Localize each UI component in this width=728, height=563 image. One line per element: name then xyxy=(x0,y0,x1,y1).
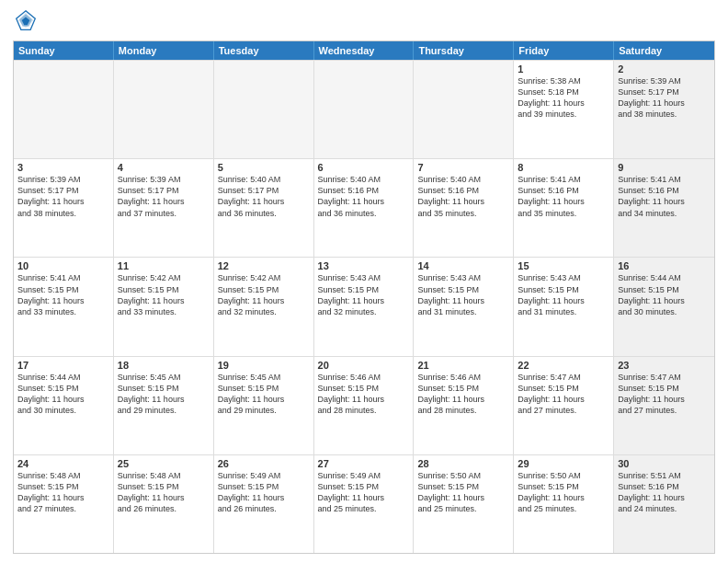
day-number: 8 xyxy=(518,162,609,173)
day-info: Sunrise: 5:40 AMSunset: 5:17 PMDaylight:… xyxy=(218,174,310,219)
day-cell-16: 16Sunrise: 5:44 AMSunset: 5:15 PMDayligh… xyxy=(614,258,714,355)
day-info: Sunrise: 5:46 AMSunset: 5:15 PMDaylight:… xyxy=(318,372,410,417)
day-number: 10 xyxy=(17,260,109,271)
day-number: 24 xyxy=(17,458,109,469)
day-info: Sunrise: 5:39 AMSunset: 5:17 PMDaylight:… xyxy=(17,174,109,219)
day-info: Sunrise: 5:48 AMSunset: 5:15 PMDaylight:… xyxy=(17,470,109,515)
day-cell-24: 24Sunrise: 5:48 AMSunset: 5:15 PMDayligh… xyxy=(14,455,114,553)
day-cell-17: 17Sunrise: 5:44 AMSunset: 5:15 PMDayligh… xyxy=(14,357,114,454)
day-info: Sunrise: 5:44 AMSunset: 5:15 PMDaylight:… xyxy=(17,372,109,417)
day-cell-21: 21Sunrise: 5:46 AMSunset: 5:15 PMDayligh… xyxy=(414,357,514,454)
day-info: Sunrise: 5:43 AMSunset: 5:15 PMDaylight:… xyxy=(318,272,410,317)
day-cell-18: 18Sunrise: 5:45 AMSunset: 5:15 PMDayligh… xyxy=(114,357,214,454)
day-number: 9 xyxy=(618,162,711,173)
day-number: 7 xyxy=(417,162,509,173)
day-number: 13 xyxy=(318,260,410,271)
day-number: 29 xyxy=(518,458,609,469)
day-info: Sunrise: 5:49 AMSunset: 5:15 PMDaylight:… xyxy=(318,470,410,515)
day-cell-19: 19Sunrise: 5:45 AMSunset: 5:15 PMDayligh… xyxy=(214,357,314,454)
day-info: Sunrise: 5:40 AMSunset: 5:16 PMDaylight:… xyxy=(318,174,410,219)
day-number: 5 xyxy=(218,162,310,173)
day-cell-28: 28Sunrise: 5:50 AMSunset: 5:15 PMDayligh… xyxy=(414,455,514,553)
day-number: 16 xyxy=(618,260,711,271)
day-cell-6: 6Sunrise: 5:40 AMSunset: 5:16 PMDaylight… xyxy=(314,159,415,257)
day-number: 30 xyxy=(618,458,711,469)
week-row-1: 1Sunrise: 5:38 AMSunset: 5:18 PMDaylight… xyxy=(14,60,714,158)
day-info: Sunrise: 5:45 AMSunset: 5:15 PMDaylight:… xyxy=(218,372,310,417)
day-number: 26 xyxy=(218,458,310,469)
day-cell-29: 29Sunrise: 5:50 AMSunset: 5:15 PMDayligh… xyxy=(514,455,614,553)
day-number: 12 xyxy=(218,260,310,271)
day-cell-22: 22Sunrise: 5:47 AMSunset: 5:15 PMDayligh… xyxy=(514,357,614,454)
week-row-5: 24Sunrise: 5:48 AMSunset: 5:15 PMDayligh… xyxy=(14,454,714,553)
empty-cell xyxy=(114,61,214,158)
day-cell-12: 12Sunrise: 5:42 AMSunset: 5:15 PMDayligh… xyxy=(214,258,314,355)
empty-cell xyxy=(214,61,314,158)
day-info: Sunrise: 5:42 AMSunset: 5:15 PMDaylight:… xyxy=(218,272,310,317)
week-row-4: 17Sunrise: 5:44 AMSunset: 5:15 PMDayligh… xyxy=(14,356,714,454)
day-number: 19 xyxy=(218,360,310,371)
day-info: Sunrise: 5:41 AMSunset: 5:16 PMDaylight:… xyxy=(518,174,609,219)
day-cell-25: 25Sunrise: 5:48 AMSunset: 5:15 PMDayligh… xyxy=(114,455,214,553)
day-info: Sunrise: 5:39 AMSunset: 5:17 PMDaylight:… xyxy=(118,174,210,219)
logo-icon xyxy=(15,9,37,31)
header-day-friday: Friday xyxy=(514,41,614,60)
calendar-body: 1Sunrise: 5:38 AMSunset: 5:18 PMDaylight… xyxy=(14,60,714,553)
page: SundayMondayTuesdayWednesdayThursdayFrid… xyxy=(0,0,728,563)
day-cell-4: 4Sunrise: 5:39 AMSunset: 5:17 PMDaylight… xyxy=(114,159,214,257)
header-day-wednesday: Wednesday xyxy=(314,41,415,60)
day-info: Sunrise: 5:47 AMSunset: 5:15 PMDaylight:… xyxy=(618,372,711,417)
day-number: 15 xyxy=(518,260,609,271)
day-info: Sunrise: 5:39 AMSunset: 5:17 PMDaylight:… xyxy=(618,75,711,121)
day-cell-13: 13Sunrise: 5:43 AMSunset: 5:15 PMDayligh… xyxy=(314,258,415,355)
day-number: 21 xyxy=(417,360,509,371)
day-info: Sunrise: 5:41 AMSunset: 5:16 PMDaylight:… xyxy=(618,174,711,219)
empty-cell xyxy=(314,61,415,158)
day-info: Sunrise: 5:42 AMSunset: 5:15 PMDaylight:… xyxy=(118,272,210,317)
day-number: 1 xyxy=(518,63,609,75)
header-day-monday: Monday xyxy=(114,41,214,60)
day-cell-15: 15Sunrise: 5:43 AMSunset: 5:15 PMDayligh… xyxy=(514,258,614,355)
day-number: 11 xyxy=(118,260,210,271)
day-info: Sunrise: 5:43 AMSunset: 5:15 PMDaylight:… xyxy=(417,272,509,317)
day-number: 27 xyxy=(318,458,410,469)
day-info: Sunrise: 5:50 AMSunset: 5:15 PMDaylight:… xyxy=(518,470,609,515)
day-cell-5: 5Sunrise: 5:40 AMSunset: 5:17 PMDaylight… xyxy=(214,159,314,257)
day-cell-3: 3Sunrise: 5:39 AMSunset: 5:17 PMDaylight… xyxy=(14,159,114,257)
day-number: 6 xyxy=(318,162,410,173)
day-number: 4 xyxy=(118,162,210,173)
header xyxy=(13,9,715,35)
header-day-saturday: Saturday xyxy=(614,41,714,60)
day-number: 20 xyxy=(318,360,410,371)
day-cell-7: 7Sunrise: 5:40 AMSunset: 5:16 PMDaylight… xyxy=(414,159,514,257)
day-cell-1: 1Sunrise: 5:38 AMSunset: 5:18 PMDaylight… xyxy=(514,61,614,158)
day-number: 22 xyxy=(518,360,609,371)
day-cell-27: 27Sunrise: 5:49 AMSunset: 5:15 PMDayligh… xyxy=(314,455,415,553)
day-number: 25 xyxy=(118,458,210,469)
day-info: Sunrise: 5:47 AMSunset: 5:15 PMDaylight:… xyxy=(518,372,609,417)
day-cell-14: 14Sunrise: 5:43 AMSunset: 5:15 PMDayligh… xyxy=(414,258,514,355)
day-cell-9: 9Sunrise: 5:41 AMSunset: 5:16 PMDaylight… xyxy=(614,159,714,257)
day-info: Sunrise: 5:43 AMSunset: 5:15 PMDaylight:… xyxy=(518,272,609,317)
day-cell-30: 30Sunrise: 5:51 AMSunset: 5:16 PMDayligh… xyxy=(614,455,714,553)
header-day-tuesday: Tuesday xyxy=(214,41,314,60)
calendar-header: SundayMondayTuesdayWednesdayThursdayFrid… xyxy=(14,41,714,60)
logo xyxy=(13,9,37,35)
day-number: 28 xyxy=(417,458,509,469)
day-cell-8: 8Sunrise: 5:41 AMSunset: 5:16 PMDaylight… xyxy=(514,159,614,257)
day-cell-11: 11Sunrise: 5:42 AMSunset: 5:15 PMDayligh… xyxy=(114,258,214,355)
day-info: Sunrise: 5:40 AMSunset: 5:16 PMDaylight:… xyxy=(417,174,509,219)
calendar: SundayMondayTuesdayWednesdayThursdayFrid… xyxy=(13,40,715,554)
day-number: 3 xyxy=(17,162,109,173)
day-info: Sunrise: 5:44 AMSunset: 5:15 PMDaylight:… xyxy=(618,272,711,317)
empty-cell xyxy=(414,61,514,158)
day-info: Sunrise: 5:41 AMSunset: 5:15 PMDaylight:… xyxy=(17,272,109,317)
day-cell-20: 20Sunrise: 5:46 AMSunset: 5:15 PMDayligh… xyxy=(314,357,415,454)
day-cell-26: 26Sunrise: 5:49 AMSunset: 5:15 PMDayligh… xyxy=(214,455,314,553)
day-info: Sunrise: 5:38 AMSunset: 5:18 PMDaylight:… xyxy=(518,75,609,121)
day-number: 17 xyxy=(17,360,109,371)
day-info: Sunrise: 5:50 AMSunset: 5:15 PMDaylight:… xyxy=(417,470,509,515)
week-row-3: 10Sunrise: 5:41 AMSunset: 5:15 PMDayligh… xyxy=(14,257,714,355)
day-number: 2 xyxy=(618,63,711,75)
header-day-sunday: Sunday xyxy=(14,41,114,60)
